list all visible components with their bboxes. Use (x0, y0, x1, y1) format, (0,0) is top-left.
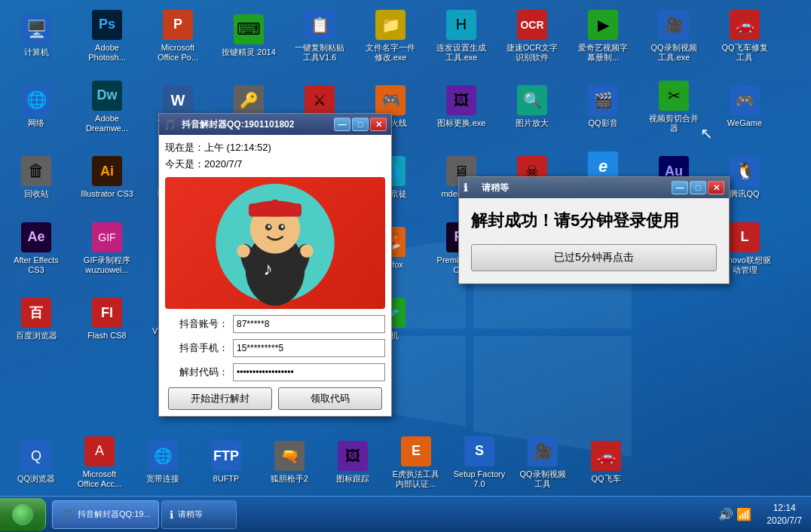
icon-office-acc[interactable]: A Microsoft Office Acc... (69, 433, 130, 493)
setup-icon: S (464, 436, 494, 466)
code-row: 解封代码： (165, 363, 385, 381)
network-icon: 🌐 (21, 85, 51, 115)
aiqiyi-icon: ▶ (588, 10, 618, 40)
start-button[interactable] (0, 498, 46, 531)
five-min-button[interactable]: 已过5分钟再点击 (471, 244, 717, 271)
phone-label: 抖音手机： (165, 341, 233, 355)
icon-ai[interactable]: Ai Illustrator CS3 (77, 148, 137, 208)
qqfilm-label: QQ影音 (588, 118, 617, 128)
8uftp-label: 8UFTP (213, 474, 240, 484)
icon-gif[interactable]: GIF GIF录制程序 wuzuowei... (77, 219, 137, 279)
icon-dreamweaver[interactable]: Dw Adobe Dreamwe... (77, 77, 137, 137)
action-buttons: 开始进行解封 领取代码 (165, 387, 385, 410)
tiktok-window-icon: 🎵 (164, 118, 176, 130)
gif-icon: GIF (92, 222, 122, 252)
taskbar-clock[interactable]: 12:14 2020/7/7 (757, 502, 811, 527)
icon-8uftp[interactable]: FTP 8UFTP (196, 433, 256, 493)
taskbar-tiktok-label: 抖音解封器QQ:19... (78, 509, 151, 520)
tencentqq-label: 腾讯QQ (730, 189, 759, 199)
photoshop-icon: Ps (92, 10, 122, 40)
icon-kuan-lian[interactable]: 🌐 宽带连接 (133, 433, 193, 493)
phone-row: 抖音手机： (165, 339, 385, 357)
ocr-label: 捷速OCR文字识别软件 (505, 43, 559, 63)
icon-photoshop[interactable]: Ps Adobe Photosh... (77, 6, 137, 66)
code-input[interactable] (233, 363, 385, 381)
success-titlebar[interactable]: ℹ 请稍等 — □ ✕ (459, 177, 729, 198)
icon-after-effects[interactable]: Ae After Effects CS3 (6, 219, 66, 279)
icon-qqfly[interactable]: 🚗 QQ飞车修复工具 (715, 6, 775, 66)
icon-wegame[interactable]: 🎮 WeGame (715, 77, 775, 137)
tiktok-titlebar[interactable]: 🎵 抖音解封器QQ:1901101802 — □ ✕ (159, 114, 391, 135)
taskbar-success-icon: ℹ (170, 509, 173, 521)
mima-icon: 🔑 (234, 85, 264, 115)
tiktok-avatar-area: ♪ (165, 177, 385, 309)
icon-hudan[interactable]: 🔫 狐胆枪手2 (259, 433, 320, 493)
taskbar-item-tiktok[interactable]: 🎵 抖音解封器QQ:19... (52, 500, 159, 529)
icon-lianjie[interactable]: H 连发设置生成工具.exe (431, 6, 491, 66)
qqfly2-label: QQ飞车 (591, 474, 620, 484)
icon-recycle[interactable]: 🗑 回收站 (6, 148, 66, 208)
computer-label: 计算机 (24, 47, 49, 57)
wenjian-label: 文件名字一件修改.exe (363, 43, 418, 63)
icon-baidulan[interactable]: 百 百度浏览器 (6, 289, 66, 350)
icon-ocr[interactable]: OCR 捷速OCR文字识别软件 (502, 6, 562, 66)
tiktok-date: 今天是：2020/7/7 (165, 157, 385, 171)
success-window-controls: — □ ✕ (672, 181, 724, 194)
ocr-icon: OCR (517, 10, 547, 40)
setup-label: Setup Factory 7.0 (452, 469, 506, 489)
8uftp-icon: FTP (211, 441, 241, 471)
phone-input[interactable] (233, 339, 385, 357)
hudan-icon: 🔫 (274, 441, 305, 471)
taskbar-tray: 🔊 📶 (712, 507, 757, 521)
flash-icon: Fl (92, 298, 122, 328)
icon-flash[interactable]: Fl Flash CS8 (77, 289, 137, 350)
qqrecord-label: QQ录制视频工具.exe (647, 43, 701, 63)
icon-tupian[interactable]: 🔍 图片放大 (502, 77, 562, 137)
recycle-icon: 🗑 (21, 156, 51, 186)
icon-qqfilm[interactable]: 🎬 QQ影音 (573, 77, 633, 137)
office-acc-label: Microsoft Office Acc... (72, 469, 127, 489)
success-close-button[interactable]: ✕ (708, 181, 724, 194)
success-maximize-button[interactable]: □ (690, 181, 706, 194)
code-label: 解封代码： (165, 365, 233, 379)
icon-aiqiyi[interactable]: ▶ 爱奇艺视频字幕册制... (573, 6, 633, 66)
get-code-button[interactable]: 领取代码 (278, 387, 382, 410)
photoshop-label: Adobe Photosh... (80, 43, 134, 63)
wegame-icon: 🎮 (730, 85, 760, 115)
icon-yijian[interactable]: 📋 一键复制粘贴工具V1.6 (289, 6, 350, 66)
icon-tubiao2[interactable]: 🖼 图标跟踪 (323, 433, 383, 493)
taskbar: 🎵 抖音解封器QQ:19... ℹ 请稍等 🔊 📶 12:14 2020/7/7 (0, 496, 811, 532)
tiktok-character-svg: ♪ (177, 177, 373, 309)
svg-text:♪: ♪ (263, 258, 272, 279)
shipinjian-label: 视频剪切合并器 (647, 114, 701, 133)
tubiao-icon: 🖼 (446, 85, 476, 115)
taskbar-item-success[interactable]: ℹ 请稍等 (161, 500, 237, 529)
icon-qqrecord2[interactable]: 🎥 QQ录制视频工具 (513, 433, 573, 493)
icon-computer[interactable]: 🖥️ 计算机 (6, 6, 66, 66)
account-input[interactable] (233, 315, 385, 333)
svg-point-13 (268, 225, 271, 228)
taskbar-items: 🎵 抖音解封器QQ:19... ℹ 请稍等 (52, 497, 712, 532)
icon-office-po[interactable]: P Microsoft Office Po... (148, 6, 208, 66)
tiktok-close-button[interactable]: ✕ (370, 118, 387, 131)
start-unban-button[interactable]: 开始进行解封 (168, 387, 272, 410)
success-minimize-button[interactable]: — (672, 181, 688, 194)
icon-network[interactable]: 🌐 网络 (6, 77, 66, 137)
qq3-icon: ⚔ (305, 85, 335, 115)
tiktok-maximize-button[interactable]: □ (352, 118, 369, 131)
taskbar-success-label: 请稍等 (178, 509, 203, 520)
icon-qqfly2[interactable]: 🚗 QQ飞车 (576, 433, 636, 493)
icon-shipinjian[interactable]: ✂ 视频剪切合并器 (644, 77, 704, 137)
icon-e-hu[interactable]: E E虎执法工具内部认证... (386, 433, 446, 493)
tiktok-minimize-button[interactable]: — (334, 118, 350, 131)
icon-qqrecord[interactable]: 🎥 QQ录制视频工具.exe (644, 6, 704, 66)
icon-qqbrowse[interactable]: Q QQ浏览器 (6, 433, 66, 493)
icon-tubiao[interactable]: 🖼 图标更换.exe (431, 77, 491, 137)
tubiao2-icon: 🖼 (338, 441, 368, 471)
success-content: 解封成功！请5分钟登录使用 已过5分钟再点击 (459, 198, 729, 283)
icon-anjing[interactable]: ⌨ 按键精灵 2014 (219, 6, 279, 66)
yijian-icon: 📋 (305, 10, 335, 40)
icon-wenjian[interactable]: 📁 文件名字一件修改.exe (360, 6, 421, 66)
icon-setup[interactable]: S Setup Factory 7.0 (449, 433, 510, 493)
office-po-label: Microsoft Office Po... (151, 43, 205, 63)
